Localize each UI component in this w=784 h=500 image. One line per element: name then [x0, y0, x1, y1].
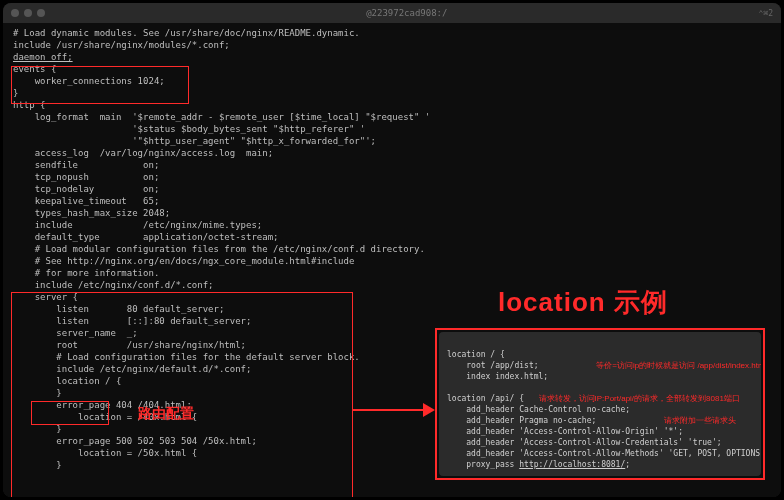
code-line: listen [::]:80 default_server; — [13, 315, 771, 327]
window-title: @223972cad908:/ — [55, 8, 759, 18]
code-line: include /etc/nginx/conf.d/*.conf; — [13, 279, 771, 291]
ex-line: root /app/dist; 等价=访问ip的时候就是访问 /app/dist… — [447, 361, 761, 370]
close-icon[interactable] — [11, 9, 19, 17]
zoom-icon[interactable] — [37, 9, 45, 17]
code-line: # Load modular configuration files from … — [13, 243, 771, 255]
code-line: '$status $body_bytes_sent "$http_referer… — [13, 123, 771, 135]
ex-line: proxy_pass http://localhost:8081/; — [447, 460, 630, 469]
code-line: daemon off; — [13, 51, 771, 63]
code-line: # See http://nginx.org/en/docs/ngx_core_… — [13, 255, 771, 267]
code-line: include /usr/share/nginx/modules/*.conf; — [13, 39, 771, 51]
traffic-lights — [11, 9, 45, 17]
code-line: listen 80 default_server; — [13, 303, 771, 315]
ex-line: index index.html; — [447, 372, 548, 381]
code-line: tcp_nopush on; — [13, 171, 771, 183]
code-line: http { — [13, 99, 771, 111]
code-line: } — [13, 87, 771, 99]
code-line: sendfile on; — [13, 159, 771, 171]
example-config-popup: location / { root /app/dist; 等价=访问ip的时候就… — [439, 332, 761, 476]
code-line: '"$http_user_agent" "$http_x_forwarded_f… — [13, 135, 771, 147]
code-line: keepalive_timeout 65; — [13, 195, 771, 207]
editor-content[interactable]: # Load dynamic modules. See /usr/share/d… — [3, 23, 781, 497]
code-line: # Load dynamic modules. See /usr/share/d… — [13, 27, 771, 39]
ex-line: location /api/ { 请求转发，访问IP:Port/api/的请求，… — [447, 394, 740, 403]
ex-line: add_header 'Access-Control-Allow-Methods… — [447, 449, 761, 458]
ex-line: add_header 'Access-Control-Allow-Credent… — [447, 438, 722, 447]
code-line: # for more information. — [13, 267, 771, 279]
ex-line: location / { — [447, 350, 505, 359]
code-line: types_hash_max_size 2048; — [13, 207, 771, 219]
titlebar: @223972cad908:/ ⌃⌘2 — [3, 3, 781, 23]
window-shortcut: ⌃⌘2 — [759, 9, 773, 18]
ex-line: add_header Pragma no-cache; 请求附加一些请求头 — [447, 416, 736, 425]
minimize-icon[interactable] — [24, 9, 32, 17]
code-line: worker_connections 1024; — [13, 75, 771, 87]
ex-line: add_header Cache-Control no-cache; — [447, 405, 630, 414]
code-line: server { — [13, 291, 771, 303]
code-line: access_log /var/log/nginx/access.log mai… — [13, 147, 771, 159]
ex-line: add_header 'Access-Control-Allow-Origin'… — [447, 427, 683, 436]
code-line: events { — [13, 63, 771, 75]
code-line: default_type application/octet-stream; — [13, 231, 771, 243]
code-line: log_format main '$remote_addr - $remote_… — [13, 111, 771, 123]
code-line: include /etc/nginx/mime.types; — [13, 219, 771, 231]
code-line: tcp_nodelay on; — [13, 183, 771, 195]
terminal-window: @223972cad908:/ ⌃⌘2 # Load dynamic modul… — [3, 3, 781, 497]
